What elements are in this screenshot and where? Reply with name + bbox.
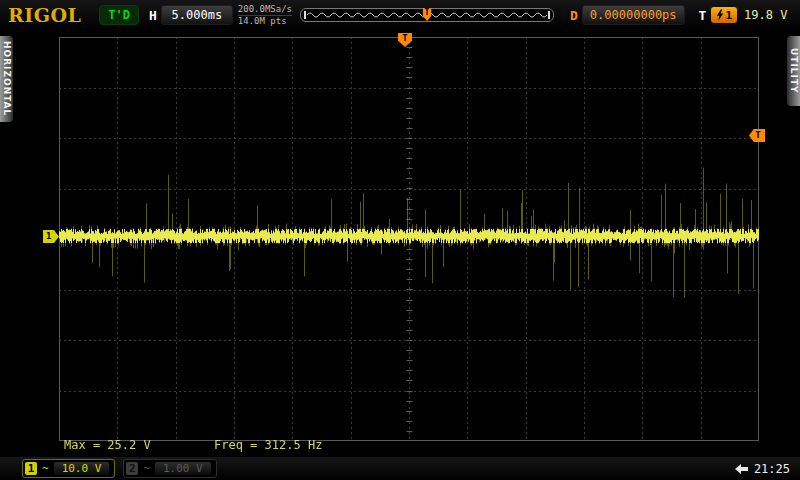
- delay-readout[interactable]: 0.00000000ps: [582, 5, 685, 25]
- rigol-logo: RIGOL: [8, 4, 81, 26]
- oscilloscope-screen: RIGOL T'D H 5.000ms 200.0MSa/s 14.0M pts…: [0, 0, 800, 480]
- acquisition-readout: 200.0MSa/s 14.0M pts: [238, 4, 292, 26]
- channel1-coupling-icon: ~: [42, 462, 49, 475]
- channel1-ground-marker[interactable]: 1: [43, 230, 59, 243]
- sample-rate-value: 200.0MSa/s: [238, 4, 292, 16]
- channel1-scale-readout: 10.0 V: [54, 462, 110, 475]
- horizontal-label: H: [149, 8, 157, 23]
- bottom-status-bar: 1 ~ 10.0 V 2 ~ 1.00 V 21:25: [0, 457, 800, 480]
- delay-label: D: [570, 8, 578, 23]
- timebase-readout[interactable]: 5.000ms: [161, 5, 233, 25]
- clock-area: 21:25: [735, 462, 790, 476]
- lightning-icon: [716, 9, 724, 21]
- trigger-label: T: [699, 8, 707, 23]
- horizontal-position-bar[interactable]: T: [300, 8, 554, 22]
- channel1-status-box[interactable]: 1 ~ 10.0 V: [22, 459, 115, 478]
- channel2-scale-readout: 1.00 V: [155, 462, 211, 475]
- measurement-max: Max = 25.2 V: [64, 438, 151, 452]
- trigger-status-badge: T'D: [99, 5, 139, 25]
- position-bar-left-cap: [304, 11, 306, 19]
- position-bar-right-cap: [548, 11, 550, 19]
- channel2-coupling-icon: ~: [143, 462, 150, 475]
- tab-horizontal[interactable]: HORIZONTAL: [0, 36, 13, 122]
- graticule-area: T T 1: [59, 37, 759, 441]
- channel2-number-badge: 2: [126, 462, 138, 475]
- channel2-status-box[interactable]: 2 ~ 1.00 V: [123, 459, 216, 478]
- back-arrow-icon: [735, 464, 748, 474]
- top-status-bar: RIGOL T'D H 5.000ms 200.0MSa/s 14.0M pts…: [0, 0, 800, 30]
- trigger-level-readout: 19.8 V: [744, 8, 787, 22]
- channel1-number-badge: 1: [25, 462, 37, 475]
- memory-depth-value: 14.0M pts: [238, 16, 292, 26]
- measurement-freq: Freq = 312.5 Hz: [214, 438, 322, 452]
- graticule-canvas: [59, 37, 759, 441]
- trigger-source-badge[interactable]: 1: [711, 7, 737, 23]
- trigger-source-channel: 1: [725, 9, 732, 22]
- tab-utility[interactable]: UTILITY: [787, 36, 800, 106]
- clock-time: 21:25: [754, 462, 790, 476]
